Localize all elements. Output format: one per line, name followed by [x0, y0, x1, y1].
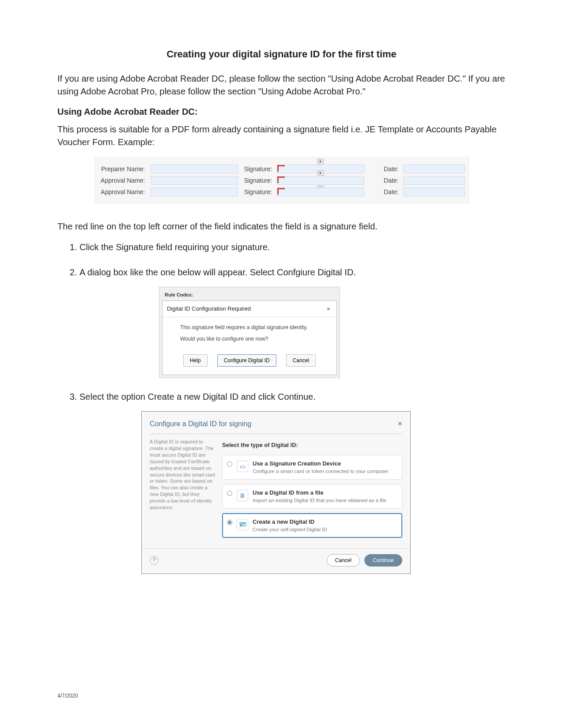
- date-field[interactable]: [403, 188, 465, 196]
- footer-date: 4/7/2020: [57, 693, 78, 699]
- dialog-title: Configure a Digital ID for signing: [150, 419, 251, 429]
- field-label: Date:: [368, 177, 400, 184]
- dialog-text: This signature field requires a digital …: [180, 323, 319, 331]
- radio-icon[interactable]: [227, 491, 232, 496]
- name-field[interactable]: [151, 176, 238, 185]
- option-desc: Import an existing Digital ID that you h…: [253, 497, 386, 504]
- field-label: Date:: [368, 188, 400, 195]
- dialog-text: Would you like to configure one now?: [180, 335, 319, 343]
- date-field[interactable]: [403, 176, 465, 185]
- help-icon[interactable]: ?: [150, 556, 159, 565]
- continue-button[interactable]: Continue: [364, 554, 402, 567]
- close-icon[interactable]: ×: [325, 304, 332, 313]
- caption-text: Rule Codes:: [162, 290, 337, 300]
- id-badge-icon: 🪪: [237, 519, 248, 530]
- option-create-new[interactable]: 🪪 Create a new Digital ID Create your se…: [222, 513, 402, 538]
- step-item: Click the Signature field requiring your…: [79, 241, 506, 254]
- help-button[interactable]: Help: [183, 354, 208, 367]
- signature-field[interactable]: ▾ ▾: [277, 176, 364, 185]
- field-label: Signature:: [242, 188, 273, 195]
- option-title: Use a Digital ID from a file: [253, 489, 386, 497]
- close-icon[interactable]: ×: [397, 418, 402, 429]
- option-desc: Configure a smart card or token connecte…: [253, 468, 388, 475]
- dialog-title: Digital ID Configuration Required: [167, 305, 251, 313]
- field-label: Preparer Name:: [98, 165, 147, 173]
- section-body: This process is suitable for a PDF form …: [57, 123, 506, 149]
- device-icon: ▭: [237, 461, 248, 472]
- signature-field[interactable]: [277, 188, 364, 196]
- option-signature-device[interactable]: ▭ Use a Signature Creation Device Config…: [222, 455, 402, 480]
- step-item: Select the option Create a new Digital I…: [79, 390, 506, 574]
- option-title: Use a Signature Creation Device: [253, 460, 388, 468]
- cancel-button[interactable]: Cancel: [286, 354, 316, 367]
- option-desc: Create your self-signed Digital ID: [253, 526, 327, 533]
- file-icon: 🗎: [237, 490, 248, 501]
- dialog-screenshot: Rule Codes: Digital ID Configuration Req…: [159, 287, 340, 378]
- date-field[interactable]: [403, 165, 465, 173]
- configure-digital-id-button[interactable]: Configure Digital ID: [217, 354, 276, 367]
- name-field[interactable]: [151, 188, 238, 196]
- intro-paragraph: If you are using Adobe Acrobat Reader DC…: [57, 72, 506, 98]
- name-field[interactable]: [151, 165, 238, 173]
- step-item: A dialog box like the one below will app…: [79, 266, 506, 378]
- section-heading: Using Adobe Acrobat Reader DC:: [57, 107, 506, 117]
- dialog-subtitle: Select the type of Digital ID:: [222, 441, 402, 450]
- digital-id-required-dialog: Digital ID Configuration Required × This…: [162, 300, 337, 375]
- option-title: Create a new Digital ID: [253, 518, 327, 526]
- redline-text: The red line on the top left corner of t…: [57, 220, 506, 233]
- option-from-file[interactable]: 🗎 Use a Digital ID from a file Import an…: [222, 484, 402, 509]
- field-label: Signature:: [242, 165, 273, 173]
- sign-tag-icon: ▾: [317, 159, 324, 164]
- radio-icon[interactable]: [227, 520, 232, 525]
- radio-icon[interactable]: [227, 462, 232, 467]
- field-label: Date:: [368, 165, 400, 173]
- form-fields-screenshot: Preparer Name: Signature: ▾ Date: Approv…: [94, 157, 469, 204]
- page-title: Creating your digital signature ID for t…: [57, 49, 506, 60]
- field-label: Approval Name:: [98, 177, 147, 184]
- cancel-button[interactable]: Cancel: [327, 554, 360, 567]
- sign-tag-icon: ▾: [317, 170, 324, 176]
- configure-digital-id-dialog: Configure a Digital ID for signing × A D…: [141, 411, 411, 574]
- field-label: Approval Name:: [98, 188, 147, 195]
- field-label: Signature:: [242, 177, 273, 184]
- dialog-side-text: A Digital ID is required to create a dig…: [150, 439, 216, 542]
- steps-list: Click the Signature field requiring your…: [71, 241, 506, 574]
